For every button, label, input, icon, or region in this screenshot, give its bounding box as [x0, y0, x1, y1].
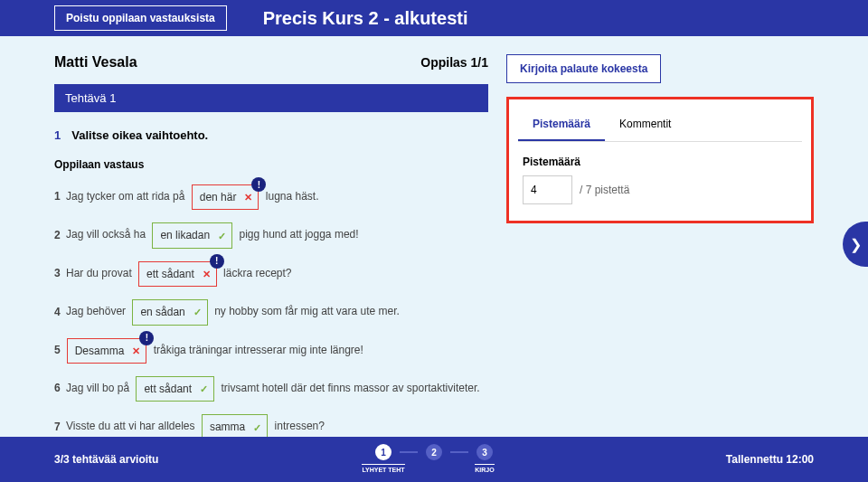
- sentence-number: 6: [54, 382, 61, 394]
- score-max: / 7 pistettä: [580, 184, 629, 196]
- tab-comments[interactable]: Kommentit: [605, 109, 685, 141]
- sentence: 6 Jag vill bo på ett sådant✓ trivsamt ho…: [54, 376, 488, 402]
- step-indicator: 1LYHYET TEHT23KIRJO: [358, 444, 510, 473]
- write-feedback-button[interactable]: Kirjoita palaute kokeesta: [506, 54, 661, 83]
- sentence-number: 5: [54, 344, 61, 356]
- answer-box[interactable]: ett sådant✕!: [138, 261, 217, 287]
- answer-label: Oppilaan vastaus: [54, 158, 488, 171]
- page-title: Precis Kurs 2 - alkutesti: [263, 8, 468, 29]
- sentence: 3 Har du provat ett sådant✕! läckra rece…: [54, 261, 488, 287]
- score-input[interactable]: [523, 175, 572, 204]
- answer-box[interactable]: den här✕!: [192, 184, 259, 210]
- answer-box[interactable]: Desamma✕!: [67, 338, 147, 364]
- alert-badge[interactable]: !: [139, 331, 154, 345]
- sentence-number: 7: [54, 421, 61, 433]
- question-number: 1: [54, 128, 61, 142]
- step[interactable]: 3KIRJO: [459, 444, 510, 473]
- answer-box[interactable]: en sådan✓: [132, 299, 207, 325]
- cross-icon: ✕: [203, 266, 211, 283]
- check-icon: ✓: [218, 227, 226, 244]
- step-circle: 2: [426, 444, 442, 460]
- cross-icon: ✕: [132, 342, 140, 359]
- progress-text: 3/3 tehtävää arvioitu: [54, 453, 158, 466]
- sentence: 1 Jag tycker om att rida på den här✕! lu…: [54, 184, 488, 210]
- step[interactable]: 1LYHYET TEHT: [358, 444, 409, 473]
- alert-badge[interactable]: !: [251, 177, 266, 192]
- top-bar: Poistu oppilaan vastauksista Precis Kurs…: [0, 0, 868, 36]
- question-prompt: 1 Valitse oikea vaihtoehto.: [54, 128, 488, 142]
- sentence: 2 Jag vill också ha en likadan✓ pigg hun…: [54, 222, 488, 248]
- sentence-number: 3: [54, 267, 61, 279]
- check-icon: ✓: [200, 381, 208, 398]
- sentence: 4 Jag behöver en sådan✓ ny hobby som får…: [54, 299, 488, 325]
- student-count: Oppilas 1/1: [420, 55, 488, 70]
- student-name: Matti Vesala: [54, 54, 137, 71]
- step-label: KIRJO: [475, 464, 494, 473]
- check-icon: ✓: [253, 419, 261, 436]
- saved-text: Tallennettu 12:00: [726, 453, 814, 466]
- step-circle: 1: [375, 444, 392, 460]
- sentence: 5Desamma✕! tråkiga träningar intresserar…: [54, 338, 488, 364]
- check-icon: ✓: [193, 304, 202, 321]
- task-header: Tehtävä 1: [54, 84, 488, 112]
- score-panel: Pistemäärä Kommentit Pistemäärä / 7 pist…: [506, 97, 814, 223]
- step-label: LYHYET TEHT: [362, 464, 404, 473]
- step-circle: 3: [476, 444, 493, 460]
- alert-badge[interactable]: !: [210, 254, 224, 269]
- sentence-number: 2: [54, 229, 61, 241]
- bottom-bar: 3/3 tehtävää arvioitu 1LYHYET TEHT23KIRJ…: [0, 437, 868, 482]
- sentence-number: 4: [54, 306, 61, 318]
- score-tabs: Pistemäärä Kommentit: [518, 109, 802, 142]
- sentence-number: 1: [54, 190, 61, 203]
- answer-box[interactable]: ett sådant✓: [136, 376, 214, 402]
- tab-score[interactable]: Pistemäärä: [518, 109, 605, 141]
- score-label: Pistemäärä: [523, 156, 797, 168]
- student-row: Matti Vesala Oppilas 1/1: [54, 54, 488, 71]
- question-text: Valitse oikea vaihtoehto.: [71, 128, 208, 142]
- answer-box[interactable]: en likadan✓: [152, 222, 232, 248]
- exit-button[interactable]: Poistu oppilaan vastauksista: [54, 5, 227, 31]
- cross-icon: ✕: [244, 189, 252, 206]
- answer-list: 1 Jag tycker om att rida på den här✕! lu…: [54, 184, 488, 440]
